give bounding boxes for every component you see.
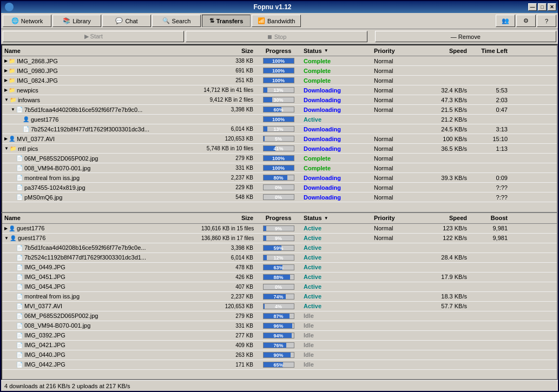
- file-name: guest1776: [17, 225, 44, 231]
- chat-button[interactable]: 💬 Chat: [102, 15, 151, 27]
- col-time-label[interactable]: Time Left: [469, 48, 510, 54]
- stop-button[interactable]: ⏹ Stop: [186, 31, 367, 42]
- expand-arrow[interactable]: ▶: [4, 88, 8, 92]
- lower-col-priority-label[interactable]: Priority: [372, 215, 423, 221]
- file-name: montreal from iss.jpg: [24, 175, 80, 181]
- table-row[interactable]: 📄pMS0mQ6.jpg548 KB0%DownloadingNormal?:?…: [2, 192, 557, 202]
- table-row[interactable]: 📄7b2524c1192b8f477df17629f3003301dc3d...…: [2, 124, 557, 134]
- table-row[interactable]: 📄7b2524c1192b8f477df17629f3003301dc3d1..…: [2, 253, 557, 263]
- progress-bar: 0%: [263, 284, 294, 290]
- maximize-button[interactable]: □: [538, 3, 547, 11]
- lower-col-progress-label[interactable]: Progress: [255, 215, 301, 221]
- lower-col-name-label[interactable]: Name: [2, 215, 201, 221]
- status-badge: Downloading: [301, 194, 372, 201]
- progress-bar: 90%: [263, 352, 294, 358]
- table-row[interactable]: 📄MVI_0377.AVI120,653 KB4%Active57.7 KB/s: [2, 302, 557, 311]
- help-button[interactable]: ?: [537, 15, 556, 27]
- file-size: 2,237 KB: [201, 175, 255, 181]
- file-icon: 📄: [16, 264, 23, 270]
- table-row[interactable]: ▼📁mtl pics5,748 KB in 10 files41%Downloa…: [2, 144, 557, 154]
- col-priority-label[interactable]: Priority: [372, 48, 423, 54]
- table-row[interactable]: 📄008_VM94-B070-001.jpg331 KB100%Complete…: [2, 163, 557, 173]
- table-row[interactable]: 📄montreal from iss.jpg2,237 KB80%Downloa…: [2, 173, 557, 183]
- network-button[interactable]: 🌐 Network: [3, 15, 51, 27]
- search-button[interactable]: 🔍 Search: [152, 15, 201, 27]
- file-name: IMG_0824.JPG: [17, 77, 58, 84]
- priority-value: Normal: [372, 68, 423, 74]
- file-size: 120,653 KB: [201, 303, 255, 309]
- time-left-value: 5:53: [469, 87, 510, 94]
- minimize-button[interactable]: —: [528, 3, 537, 11]
- file-name: pMS0mQ6.jpg: [24, 194, 62, 201]
- file-size: 136,860 KB in 17 files: [201, 235, 255, 241]
- table-row[interactable]: ▶📁IMG_0824.JPG251 KB100%CompleteNormal: [2, 76, 557, 85]
- user-icon: 👤: [9, 136, 15, 142]
- expand-arrow[interactable]: ▶: [4, 226, 8, 231]
- users-button[interactable]: 👥: [496, 15, 515, 27]
- lower-col-speed-label[interactable]: Speed: [423, 215, 469, 221]
- table-row[interactable]: ▼👤guest1776136,860 KB in 17 files9%Activ…: [2, 234, 557, 243]
- col-speed-label[interactable]: Speed: [423, 48, 469, 54]
- file-size: 14,712 KB in 41 files: [201, 87, 255, 93]
- expand-arrow[interactable]: ▶: [4, 136, 8, 141]
- table-row[interactable]: 📄IMG_0392.JPG277 KB94%Idle: [2, 331, 557, 341]
- progress-bar: 41%: [263, 145, 294, 151]
- file-name: 7b2524c1192b8f477df17629f3003301dc3d...: [31, 126, 149, 132]
- status-badge: Idle: [301, 342, 372, 348]
- expand-arrow[interactable]: ▶: [4, 78, 8, 83]
- expand-arrow[interactable]: ▶: [4, 68, 8, 73]
- table-row[interactable]: 📄montreal from iss.jpg2,237 KB74%Active1…: [2, 292, 557, 302]
- library-button[interactable]: 📚 Library: [52, 15, 101, 27]
- lower-col-boost-label[interactable]: Boost: [469, 215, 510, 221]
- start-button[interactable]: ▶ Start: [3, 31, 184, 42]
- table-row[interactable]: ▶📁IMG_0980.JPG691 KB100%CompleteNormal: [2, 66, 557, 76]
- table-row[interactable]: 📄IMG_0421.JPG409 KB76%Idle: [2, 341, 557, 350]
- file-icon: 📄: [16, 194, 23, 200]
- table-row[interactable]: 📄008_VM94-B070-001.jpg331 KB96%Idle: [2, 321, 557, 331]
- col-size-label[interactable]: Size: [201, 48, 255, 54]
- expand-arrow[interactable]: ▶: [4, 58, 8, 63]
- expand-arrow[interactable]: ▼: [4, 146, 9, 151]
- file-icon: 📄: [16, 333, 23, 338]
- file-icon: 📄: [16, 323, 23, 329]
- col-progress-label[interactable]: Progress: [255, 48, 301, 54]
- settings-button[interactable]: ⚙: [516, 15, 536, 27]
- table-row[interactable]: 📄IMG_0449.JPG478 KB63%Active: [2, 263, 557, 273]
- table-row[interactable]: ▶📁newpics14,712 KB in 41 files13%Downloa…: [2, 85, 557, 95]
- lower-col-status-label[interactable]: Status ▼: [301, 215, 372, 221]
- table-row[interactable]: 📄06M_P685S2D065P002.jpg279 KB87%Idle: [2, 311, 557, 321]
- table-row[interactable]: ▶👤MVI_0377.AVI120,653 KB5%DownloadingNor…: [2, 134, 557, 144]
- file-size: 331 KB: [201, 165, 255, 171]
- speed-value: 24.5 KB/s: [423, 126, 469, 132]
- table-row[interactable]: 📄06M_P685S2D065P002.jpg279 KB100%Complet…: [2, 154, 557, 163]
- table-row[interactable]: ▶👤guest1776130,616 KB in 15 files9%Activ…: [2, 224, 557, 234]
- expand-arrow[interactable]: ▼: [11, 107, 15, 112]
- table-row[interactable]: ▶📁IMG_2868.JPG338 KB100%CompleteNormal: [2, 56, 557, 66]
- file-size: 130,616 KB in 15 files: [201, 225, 255, 231]
- progress-bar: 65%: [263, 362, 294, 368]
- table-row[interactable]: 📄7b5d1fcaa4d40208b16ce592f66f77e7b9c0e..…: [2, 243, 557, 253]
- table-row[interactable]: 📄pa37455-1024x819.jpg229 KB0%Downloading…: [2, 183, 557, 192]
- remove-button[interactable]: — Remove: [375, 31, 556, 42]
- transfers-button[interactable]: ⇅ Transfers: [202, 15, 251, 27]
- table-row[interactable]: 📄IMG_0440.JPG263 KB90%Idle: [2, 350, 557, 360]
- table-row[interactable]: 📄IMG_0454.JPG407 KB0%Active: [2, 282, 557, 292]
- time-left-value: ?:??: [469, 184, 510, 191]
- transfers-icon: ⇅: [209, 17, 214, 24]
- close-button[interactable]: ✕: [548, 3, 556, 11]
- table-row[interactable]: 👤guest1776100%Active21.2 KB/s: [2, 115, 557, 124]
- expand-arrow[interactable]: ▼: [4, 97, 9, 102]
- expand-arrow[interactable]: ▼: [4, 236, 9, 241]
- file-size: 279 KB: [201, 313, 255, 319]
- table-row[interactable]: ▼📄7b5d1fcaa4d40208b16ce592f66f77e7b9c0..…: [2, 105, 557, 115]
- bandwidth-button[interactable]: 📶 Bandwidth: [252, 15, 301, 27]
- file-size: 338 KB: [201, 58, 255, 64]
- col-status-label[interactable]: Status ▼: [301, 48, 372, 54]
- col-name-label[interactable]: Name: [2, 48, 201, 54]
- table-row[interactable]: ▼📁infowars9,412 KB in 2 files30%Download…: [2, 95, 557, 105]
- file-icon: 📄: [16, 362, 23, 368]
- priority-value: Normal: [372, 175, 423, 181]
- lower-col-size-label[interactable]: Size: [201, 215, 255, 221]
- table-row[interactable]: 📄IMG_0442.JPG171 KB65%Idle: [2, 360, 557, 370]
- table-row[interactable]: 📄IMG_0451.JPG426 KB88%Active17.9 KB/s: [2, 273, 557, 282]
